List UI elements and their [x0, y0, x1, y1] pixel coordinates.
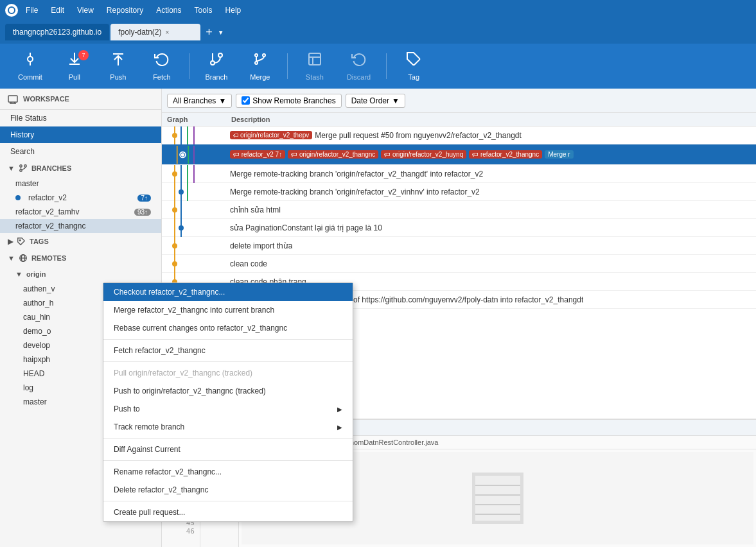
origin-chevron-icon: ▼: [15, 270, 22, 278]
desc-text-5: sửa PaginationConstant lại giá trị page …: [230, 223, 382, 232]
branch-name-refactor-v2: refactor_v2: [28, 193, 67, 202]
branch-badge-refactor-v2: 7↑: [137, 195, 151, 202]
workspace-label: WORKSPACE: [23, 95, 69, 103]
push-label: Push: [110, 73, 126, 81]
discard-button[interactable]: Discard: [339, 48, 378, 85]
menu-repository[interactable]: Repository: [101, 3, 148, 17]
tag-button[interactable]: Tag: [394, 48, 433, 85]
ctx-diff-against[interactable]: Diff Against Current: [103, 440, 353, 458]
current-branch-dot: [15, 195, 21, 200]
svg-point-59: [172, 261, 177, 266]
tab-dropdown[interactable]: ▼: [218, 29, 224, 36]
branch-bar: All Branches ▼ Show Remote Branches Date…: [162, 89, 756, 113]
context-menu: Checkout refactor_v2_thangnc... Merge re…: [103, 282, 353, 522]
tab-2[interactable]: fpoly-datn(2) ×: [110, 24, 200, 40]
branch-item-refactor-v2-thangnc[interactable]: refactor_v2_thangnc: [0, 219, 161, 233]
ctx-checkout[interactable]: Checkout refactor_v2_thangnc...: [103, 283, 353, 301]
tag-origin-refactor-thepv: 🏷 origin/refactor_v2_thepv: [230, 131, 312, 139]
desc-text-2: Merge remote-tracking branch 'origin/ref…: [230, 169, 483, 178]
stash-label: Stash: [306, 73, 324, 81]
ctx-rebase[interactable]: Rebase current changes onto refactor_v2_…: [103, 319, 353, 337]
ctx-rebase-label: Rebase current changes onto refactor_v2_…: [114, 324, 287, 333]
svg-point-11: [263, 54, 265, 56]
branch-item-refactor-v2[interactable]: refactor_v2 7↑: [0, 191, 161, 205]
sidebar-item-history[interactable]: History: [0, 126, 161, 143]
origin-label: origin: [26, 270, 46, 278]
pull-button[interactable]: 7 Pull: [55, 48, 94, 85]
tag-label: Tag: [408, 73, 419, 81]
history-row-2[interactable]: Merge remote-tracking branch 'origin/ref…: [162, 165, 756, 183]
menu-edit[interactable]: Edit: [46, 3, 69, 17]
svg-point-45: [172, 171, 177, 177]
tab-1[interactable]: thangncph26123.github.io: [5, 24, 109, 40]
svg-point-0: [28, 56, 33, 62]
sidebar-item-search[interactable]: Search: [0, 143, 161, 160]
history-row-4[interactable]: chỉnh sửa html: [162, 201, 756, 219]
svg-point-12: [255, 62, 258, 64]
ctx-push-origin[interactable]: Push to origin/refactor_v2_thangnc (trac…: [103, 382, 353, 400]
ctx-merge-label: Merge refactor_v2_thangnc into current b…: [114, 306, 274, 315]
ctx-sep-3: [103, 438, 353, 438]
ctx-track-remote[interactable]: Track remote branch ▶: [103, 418, 353, 436]
tabs-bar: thangncph26123.github.io fpoly-datn(2) ×…: [0, 21, 756, 44]
history-row-3[interactable]: Merge remote-tracking branch 'origin/ref…: [162, 183, 756, 201]
ctx-fetch[interactable]: Fetch refactor_v2_thangnc: [103, 342, 353, 360]
desc-text-4: chỉnh sửa html: [230, 205, 281, 214]
ctx-checkout-label: Checkout refactor_v2_thangnc...: [114, 288, 225, 297]
tags-chevron-icon: ▶: [8, 238, 13, 246]
history-row-5[interactable]: sửa PaginationConstant lại giá trị page …: [162, 219, 756, 237]
merge-label: Merge: [250, 73, 270, 81]
tag-icon: [406, 51, 421, 71]
ctx-push-to[interactable]: Push to ▶: [103, 400, 353, 418]
branch-icon: [209, 51, 224, 71]
ctx-rename-label: Rename refactor_v2_thangnc...: [114, 467, 222, 476]
svg-rect-18: [8, 96, 17, 102]
merge-button[interactable]: Merge: [241, 48, 279, 85]
merge-icon: [252, 51, 268, 71]
ctx-create-pr-label: Create pull request...: [114, 508, 185, 517]
graph-cell-7: [162, 255, 226, 273]
stash-icon: [307, 51, 322, 71]
desc-text-7: clean code: [230, 259, 267, 268]
history-row-0[interactable]: 🏷 origin/refactor_v2_thepv Merge pull re…: [162, 126, 756, 144]
menu-help[interactable]: Help: [220, 3, 247, 17]
branch-item-refactor-v2-tamhv[interactable]: refactor_v2_tamhv 93↑: [0, 205, 161, 219]
ctx-create-pr[interactable]: Create pull request...: [103, 503, 353, 521]
push-button[interactable]: Push: [99, 48, 137, 85]
menu-tools[interactable]: Tools: [189, 3, 218, 17]
ctx-push-to-label: Push to: [114, 404, 140, 413]
origin-header[interactable]: ▼ origin: [0, 266, 161, 282]
menu-actions[interactable]: Actions: [151, 3, 186, 17]
remotes-section-header[interactable]: ▼ REMOTES: [0, 250, 161, 266]
tab-2-close[interactable]: ×: [166, 29, 170, 36]
svg-point-10: [255, 54, 258, 56]
branch-button[interactable]: Branch: [197, 48, 236, 85]
fetch-button[interactable]: Fetch: [143, 48, 181, 85]
history-row-1[interactable]: 🏷 refactor_v2 7↑ 🏷 origin/refactor_v2_th…: [162, 144, 756, 165]
stash-button[interactable]: Stash: [295, 48, 334, 85]
ctx-sep-4: [103, 460, 353, 461]
history-row-6[interactable]: delete import thừa: [162, 237, 756, 255]
tab-add-button[interactable]: +: [202, 26, 216, 39]
desc-cell-1: 🏷 refactor_v2 7↑ 🏷 origin/refactor_v2_th…: [226, 150, 756, 159]
menubar: File Edit View Repository Actions Tools …: [0, 0, 756, 21]
show-remote-branches-input[interactable]: [242, 96, 250, 105]
tags-label: TAGS: [30, 238, 49, 245]
branches-section-header[interactable]: ▼ BRANCHES: [0, 160, 161, 177]
date-order-dropdown[interactable]: Date Order ▼: [346, 94, 405, 108]
all-branches-dropdown[interactable]: All Branches ▼: [167, 94, 232, 108]
toolbar-divider-3: [386, 53, 387, 79]
show-remote-branches-checkbox[interactable]: Show Remote Branches: [236, 94, 341, 108]
branch-name-refactor-v2-tamhv: refactor_v2_tamhv: [15, 207, 79, 216]
ctx-delete[interactable]: Delete refactor_v2_thangnc: [103, 481, 353, 499]
branch-item-master[interactable]: master: [0, 177, 161, 191]
ctx-rename[interactable]: Rename refactor_v2_thangnc...: [103, 463, 353, 481]
sidebar-item-file-status[interactable]: File Status: [0, 110, 161, 126]
ctx-push-origin-label: Push to origin/refactor_v2_thangnc (trac…: [114, 386, 266, 395]
menu-view[interactable]: View: [72, 3, 99, 17]
tags-section-header[interactable]: ▶ TAGS: [0, 233, 161, 250]
menu-file[interactable]: File: [21, 3, 43, 17]
commit-button[interactable]: Commit: [10, 48, 50, 85]
history-row-7[interactable]: clean code: [162, 255, 756, 273]
ctx-merge[interactable]: Merge refactor_v2_thangnc into current b…: [103, 301, 353, 319]
